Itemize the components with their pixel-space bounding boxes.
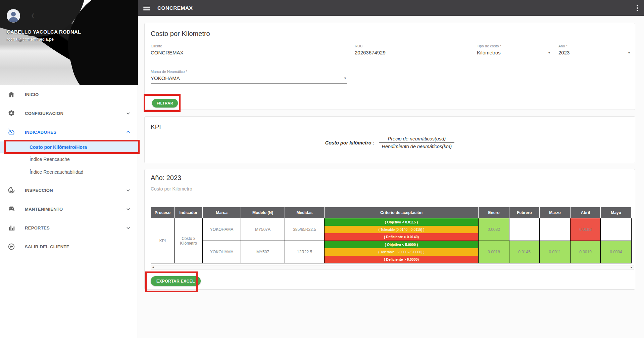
kebab-menu-icon[interactable] — [635, 4, 639, 12]
kpi-card: KPI Costo por kilómetro : Precio de neum… — [144, 116, 635, 163]
anio-label: Año * — [558, 44, 631, 48]
results-card-subtitle: Costo por Kilómetro — [151, 186, 192, 192]
person-icon — [7, 9, 20, 23]
page: ❮ CABELLO YACOLCA RODNAL rodnal@contentm… — [0, 0, 644, 338]
medidas-cell: 12R22.5 — [285, 241, 325, 263]
col-header: Medidas — [285, 207, 325, 218]
scroll-right-arrow-icon[interactable]: ► — [630, 266, 633, 269]
month-value-cell — [509, 218, 540, 241]
user-email: rodnal@contentmedia.pe — [7, 37, 54, 42]
collapse-chevron-icon[interactable]: ❮ — [31, 13, 35, 18]
exportar-excel-button[interactable]: EXPORTAR EXCEL — [151, 276, 201, 286]
chevron-down-icon — [125, 224, 132, 231]
sidebar-item-configuracion[interactable]: CONFIGURACION — [0, 104, 138, 123]
dropdown-arrow-icon: ▼ — [628, 51, 631, 54]
marca-cell: YOKOHAMA — [203, 241, 241, 263]
sidebar-item-label: INDICADORES — [25, 130, 56, 135]
sidebar-subitem-label: Costo por Kilómetro/Hora — [30, 144, 87, 150]
marca-neumatico-select[interactable]: Marca de Neumático * YOKOHAMA ▼ — [151, 70, 347, 84]
ruc-value: 20263674929 — [355, 50, 386, 55]
marca-cell: YOKOHAMA — [203, 218, 241, 241]
criteria-objetivo: ( Objetivo < 0.0115 ) — [325, 218, 478, 226]
criterio-cell: ( Objetivo < 5.0000 ) ( Tolerable [6.000… — [325, 241, 479, 263]
month-value-cell — [601, 218, 632, 241]
speedometer-icon — [7, 128, 15, 136]
topbar-title: CONCREMAX — [157, 5, 193, 11]
tipo-de-costo-select[interactable]: Tipo de costo * Kilómetros ▼ — [477, 44, 551, 58]
criterio-cell: ( Objetivo < 0.0115 ) ( Tolerable [0.014… — [325, 218, 479, 241]
kpi-formula-label: Costo por kilómetro : — [325, 140, 375, 145]
kpi-table-wrap: Proceso Indicador Marca Modelo (N) Medid… — [151, 207, 634, 270]
sidebar-item-mantenimiento[interactable]: MANTENIMIENTO — [0, 200, 138, 218]
sidebar-item-reportes[interactable]: REPORTES — [0, 218, 138, 237]
col-header: Enero — [479, 207, 509, 218]
ruc-field[interactable]: RUC 20263674929 — [355, 44, 468, 58]
main-content: Costo por Kilometro Cliente CONCREMAX RU… — [138, 16, 644, 338]
kpi-fraction: Precio de neumáticos(usd) Rendimiento de… — [379, 136, 454, 149]
month-value-cell: 0.0145 — [509, 241, 540, 263]
filter-card: Costo por Kilometro Cliente CONCREMAX RU… — [144, 23, 635, 110]
sidebar-subitem-indice-reencauche[interactable]: Índice Reencauche — [0, 153, 138, 166]
col-header: Febrero — [509, 207, 540, 218]
col-header: Modelo (N) — [241, 207, 285, 218]
horizontal-scrollbar[interactable]: ◄ ► — [151, 265, 634, 270]
car-icon — [7, 205, 15, 213]
chevron-down-icon — [125, 187, 132, 194]
dropdown-arrow-icon: ▼ — [344, 77, 347, 80]
month-value-cell: 0.0193 — [571, 218, 601, 241]
sidebar-item-indicadores[interactable]: INDICADORES — [0, 123, 138, 141]
sidebar-subitem-label: Índice Reencauche — [30, 157, 70, 162]
inspection-icon — [7, 186, 15, 194]
gear-icon — [7, 109, 15, 117]
kpi-table: Proceso Indicador Marca Modelo (N) Medid… — [151, 207, 632, 263]
col-header: Marca — [203, 207, 241, 218]
anio-select[interactable]: Año * 2023 ▼ — [558, 44, 631, 58]
sidebar-subitem-indice-reencauchabilidad[interactable]: Índice Reencauchabilidad — [0, 166, 138, 178]
tipo-de-costo-label: Tipo de costo * — [477, 44, 551, 48]
sidebar-subitem-label: Índice Reencauchabilidad — [30, 169, 83, 175]
criteria-deficiente: ( Deficiente > 0.0140) — [325, 233, 478, 241]
col-header: Abril — [571, 207, 601, 218]
month-value-cell: 0.0082 — [479, 218, 509, 241]
tipo-de-costo-value: Kilómetros — [477, 50, 501, 55]
chevron-down-icon — [125, 206, 132, 212]
sidebar-item-inicio[interactable]: INICIO — [0, 85, 138, 104]
col-header: Marzo — [540, 207, 571, 218]
cliente-label: Cliente — [151, 44, 347, 48]
sidebar-subitem-costo-por-kilometro-hora[interactable]: Costo por Kilómetro/Hora — [0, 141, 138, 153]
proceso-cell: KPI — [151, 218, 175, 263]
dropdown-arrow-icon: ▼ — [548, 51, 551, 54]
month-value-cell: 0.0019 — [571, 241, 601, 263]
month-value-cell: 0.0018 — [479, 241, 509, 263]
table-row: YOKOHAMA MY507 12R22.5 ( Objetivo < 5.00… — [151, 241, 632, 263]
sidebar-item-salir-del-cliente[interactable]: SALIR DEL CLIENTE — [0, 237, 138, 256]
criteria-objetivo: ( Objetivo < 5.0000 ) — [325, 241, 478, 248]
user-name: CABELLO YACOLCA RODNAL — [7, 29, 81, 35]
chevron-up-icon — [125, 129, 132, 135]
hamburger-menu-icon[interactable] — [143, 6, 150, 10]
col-header: Criterio de aceptación — [325, 207, 479, 218]
chevron-down-icon — [125, 110, 132, 117]
month-value-cell: 0.0004 — [601, 241, 632, 263]
sidebar-item-inspeccion[interactable]: INSPECCIÓN — [0, 181, 138, 200]
sidebar-item-label: SALIR DEL CLIENTE — [25, 244, 69, 249]
filtrar-button[interactable]: FILTRAR — [152, 99, 178, 108]
sidebar-item-label: INSPECCIÓN — [25, 188, 53, 193]
marca-neumatico-label: Marca de Neumático * — [151, 70, 347, 74]
table-header-row: Proceso Indicador Marca Modelo (N) Medid… — [151, 207, 632, 218]
filter-card-title: Costo por Kilometro — [151, 30, 210, 38]
avatar — [7, 9, 20, 23]
ruc-label: RUC — [355, 44, 468, 48]
scroll-left-arrow-icon[interactable]: ◄ — [152, 266, 154, 269]
sidebar-item-label: INICIO — [25, 92, 39, 97]
kpi-numerator: Precio de neumáticos(usd) — [385, 136, 448, 141]
home-icon — [7, 90, 15, 98]
indicador-cell: Costo x Kilómetro — [175, 218, 203, 263]
topbar: CONCREMAX — [138, 0, 644, 16]
results-card-title: Año: 2023 — [151, 174, 181, 182]
sidebar-menu: INICIO CONFIGURACION — [0, 85, 138, 256]
col-header: Proceso — [151, 207, 175, 218]
fraction-bar — [379, 142, 454, 143]
cliente-field[interactable]: Cliente CONCREMAX — [151, 44, 347, 58]
exit-arrow-icon — [7, 243, 15, 251]
